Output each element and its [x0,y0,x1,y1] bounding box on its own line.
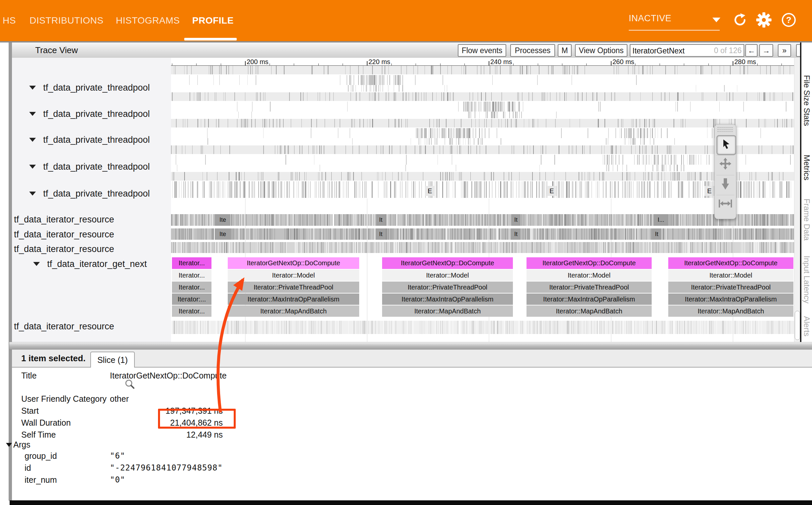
tab-profile[interactable]: PROFILE [192,0,234,41]
track-label[interactable]: tf_data_private_threadpool [29,107,150,121]
iterator-sub-slice[interactable]: Iterator::MaxIntraOpParallelism [668,294,793,305]
panel-splitter[interactable] [9,342,812,350]
flow-events-button[interactable]: Flow events [458,44,506,57]
iterator-sub-slice[interactable]: Iterator::Model [382,270,513,281]
slice-tab[interactable]: Slice (1) [90,352,135,367]
help-icon[interactable]: ? [781,12,797,28]
iterator-getnext-slice[interactable]: IteratorGetNextOp::DoCompute [228,257,359,269]
search-prev-button[interactable]: ← [745,44,758,57]
timeline-vertical-scrollbar[interactable] [794,58,800,342]
resource-slice-label[interactable]: It [511,214,521,226]
side-tab-input-latency[interactable]: Input Latency [802,256,811,304]
thread-track-row[interactable] [171,154,794,172]
collapsed-track-band[interactable] [171,172,794,181]
search-next-button[interactable]: → [759,44,773,57]
track-label[interactable]: tf_data_private_threadpool [29,81,150,94]
resource-track-row[interactable] [171,242,794,253]
iterator-sub-slice[interactable]: Iterator::MaxIntraOpParallelism [527,294,652,305]
m-button[interactable]: M [558,44,572,57]
iterator-sub-slice[interactable]: Iterator... [172,306,211,317]
track-label[interactable]: tf_data_iterator_get_next [33,257,147,271]
side-tab-frame-data[interactable]: Frame Data [802,198,811,241]
gear-icon[interactable] [756,12,772,28]
trace-timeline[interactable]: 200 ms220 ms240 ms260 ms280 msEEEIteItIt… [171,58,794,342]
iterator-sub-slice[interactable]: Iterator::MapAndBatch [668,306,793,317]
magnifier-icon[interactable] [124,379,136,391]
side-tab-metrics[interactable]: Metrics [802,155,811,180]
zoom-vertical-tool-button[interactable] [717,175,734,193]
side-tab-alerts[interactable]: Alerts [802,316,811,336]
side-tab-file-size-stats[interactable]: File Size Stats [802,75,811,126]
collapse-triangle-icon[interactable] [6,443,12,447]
track-label[interactable]: tf_data_iterator_resource [14,213,114,226]
iterator-sub-slice[interactable]: Iterator... [172,270,211,281]
resource-track-row[interactable] [171,321,794,334]
expand-triangle-icon[interactable] [29,138,36,142]
view-options-button[interactable]: View Options [575,44,627,57]
iterator-sub-slice[interactable]: Iterator::Model [668,270,793,281]
resource-slice-label[interactable]: I... [653,214,668,226]
iterator-sub-slice[interactable]: Iterator::PrivateThreadPool [228,282,359,293]
run-selector[interactable]: INACTIVE [629,0,721,41]
iterator-sub-slice[interactable]: Iterator::PrivateThreadPool [527,282,652,293]
more-tools-button[interactable]: » [778,44,791,57]
processes-button[interactable]: Processes [510,44,555,57]
iterator-sub-slice[interactable]: Iterator::Model [527,270,652,281]
palette-drag-handle[interactable] [717,127,734,133]
scrollbar-thumb[interactable] [795,311,800,340]
iterator-sub-slice[interactable]: Iterator::Model [228,270,359,281]
iterator-sub-slice[interactable]: Iterator::MaxIntraOpParallelism [382,294,513,305]
iterator-getnext-slice[interactable]: Iterator... [172,257,211,269]
flow-event-badge[interactable]: E [425,186,435,196]
iterator-getnext-slice[interactable]: IteratorGetNextOp::DoCompute [382,257,513,269]
resource-slice-label[interactable]: It [511,228,521,240]
thread-track-row[interactable] [171,74,794,92]
flow-event-badge[interactable]: E [704,186,715,196]
collapsed-track-band[interactable] [171,119,794,128]
iterator-sub-slice[interactable]: Iterator::PrivateThreadPool [382,282,513,293]
track-label[interactable]: tf_data_iterator_resource [14,242,114,256]
resource-track-row[interactable]: IteItItI... [171,214,794,226]
iterator-sub-slice[interactable]: Iterator::MaxIntraOpParallelism [228,294,359,305]
collapsed-track-band[interactable] [171,66,794,74]
expand-triangle-icon[interactable] [29,112,36,116]
resource-slice-label[interactable]: Ite [215,228,230,240]
track-label[interactable]: tf_data_private_threadpool [29,187,150,200]
thread-track-row[interactable] [171,128,794,145]
iterator-sub-slice[interactable]: Iterator::MapAndBatch [382,306,513,317]
pan-tool-button[interactable] [717,155,734,173]
reload-icon[interactable] [732,12,748,28]
expand-triangle-icon[interactable] [29,165,36,169]
iterator-sub-slice[interactable]: Iterator:... [172,294,211,305]
resource-slice-label[interactable]: It [376,214,385,226]
collapsed-track-band[interactable] [171,145,794,154]
search-input[interactable] [632,45,713,57]
iterator-sub-slice[interactable]: Iterator::MapAndBatch [228,306,359,317]
resource-slice-label[interactable]: It [652,228,661,240]
track-label[interactable]: tf_data_private_threadpool [29,133,150,146]
track-label[interactable]: tf_data_private_threadpool [29,160,150,173]
iterator-sub-slice[interactable]: Iterator::PrivateThreadPool [668,282,793,293]
iterator-sub-slice[interactable]: Iterator::MapAndBatch [527,306,652,317]
iterator-sub-slice[interactable]: Iterator... [172,282,211,293]
expand-triangle-icon[interactable] [29,86,36,90]
select-tool-button[interactable] [717,135,736,155]
tab-histograms[interactable]: HISTOGRAMS [116,0,180,41]
resource-slice-label[interactable]: Ite [215,214,230,226]
tab-distributions[interactable]: DISTRIBUTIONS [29,0,104,41]
iterator-getnext-slice[interactable]: IteratorGetNextOp::DoCompute [668,257,793,269]
args-section-header[interactable]: Args [6,440,30,450]
timing-span-tool-button[interactable] [717,195,734,213]
tab-graphs-partial[interactable]: HS [3,0,16,41]
iterator-getnext-slice[interactable]: IteratorGetNextOp::DoCompute [527,257,652,269]
collapsed-track-band[interactable] [171,92,794,101]
track-label[interactable]: tf_data_iterator_resource [14,228,114,241]
chevron-down-icon[interactable] [713,18,721,22]
trace-tool-palette[interactable] [715,124,736,219]
resource-slice-label[interactable]: It [376,228,385,240]
flow-event-badge[interactable]: E [547,186,557,196]
thread-track-row[interactable] [171,101,794,119]
resource-track-row[interactable]: IteItItIt [171,228,794,240]
track-label[interactable]: tf_data_iterator_resource [14,320,114,333]
thread-track-row[interactable]: EEE [171,181,794,198]
